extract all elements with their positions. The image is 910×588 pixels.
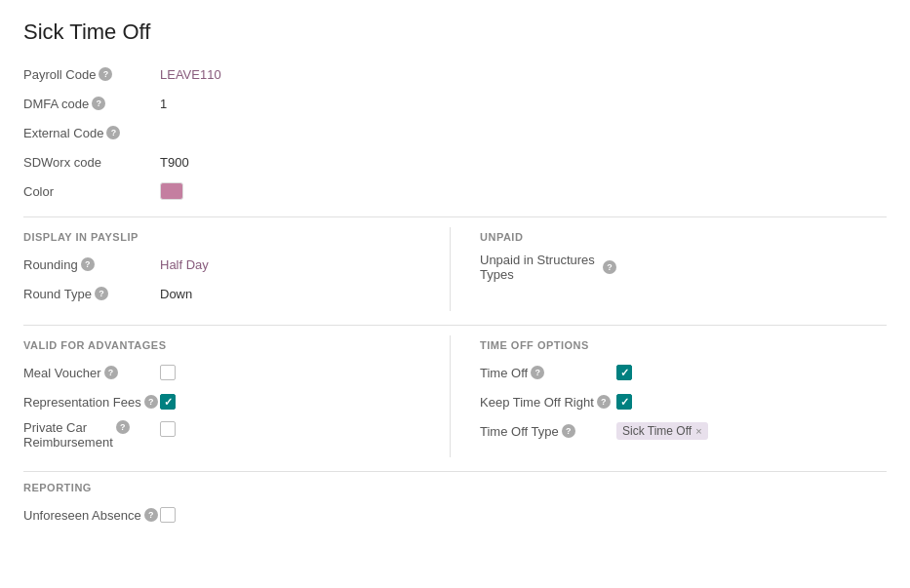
keep-time-off-right-row: Keep Time Off Right ? [480,390,887,413]
unpaid-title: UNPAID [480,231,887,243]
time-off-type-tag: Sick Time Off × [616,422,708,440]
meal-voucher-label: Meal Voucher ? [23,366,160,380]
round-type-row: Round Type ? Down [23,282,430,305]
color-label: Color [23,184,160,199]
reporting-title: REPORTING [23,482,887,493]
reporting-section: REPORTING Unforeseen Absence ? [23,482,887,527]
page-title: Sick Time Off [23,20,887,45]
round-type-value: Down [160,287,192,301]
sdworx-code-label: SDWorx code [23,155,160,170]
rounding-row: Rounding ? Half Day [23,253,430,276]
representation-fees-checkbox[interactable] [160,394,176,410]
time-off-help-icon[interactable]: ? [531,366,544,379]
sdworx-code-row: SDWorx code T900 [23,150,887,174]
unforeseen-absence-label: Unforeseen Absence ? [23,508,160,523]
color-swatch[interactable] [160,182,183,200]
private-car-label: Private Car Reimbursement ? [23,419,160,450]
valid-for-advantages-section: VALID FOR ADVANTAGES Meal Voucher ? Repr… [23,335,451,457]
payroll-code-help-icon[interactable]: ? [99,67,112,81]
meal-voucher-row: Meal Voucher ? [23,361,430,384]
dmfa-code-label: DMFA code ? [23,97,160,111]
round-type-help-icon[interactable]: ? [95,287,108,300]
time-off-type-help-icon[interactable]: ? [562,424,575,438]
unforeseen-absence-help-icon[interactable]: ? [144,508,158,522]
payroll-code-row: Payroll Code ? LEAVE110 [23,62,887,86]
time-off-type-tag-close[interactable]: × [695,425,701,437]
representation-fees-help-icon[interactable]: ? [144,395,158,409]
divider-middle [23,325,887,326]
advantages-timeoptions-section: VALID FOR ADVANTAGES Meal Voucher ? Repr… [23,335,887,457]
time-off-row: Time Off ? [480,361,887,384]
dmfa-code-value: 1 [160,97,167,111]
external-code-label: External Code ? [23,126,160,140]
display-unpaid-section: DISPLAY IN PAYSLIP Rounding ? Half Day R… [23,227,887,311]
payroll-code-value: LEAVE110 [160,67,221,82]
time-off-options-section: TIME OFF OPTIONS Time Off ? Keep Time Of… [451,335,887,457]
unpaid-in-structures-help-icon[interactable]: ? [603,260,616,274]
keep-time-off-right-label: Keep Time Off Right ? [480,395,616,410]
keep-time-off-right-help-icon[interactable]: ? [597,395,611,409]
external-code-row: External Code ? [23,121,887,144]
payroll-code-label: Payroll Code ? [23,67,160,82]
unpaid-section: UNPAID Unpaid in Structures Types ? [451,227,887,311]
unforeseen-absence-row: Unforeseen Absence ? [23,503,887,527]
private-car-checkbox[interactable] [160,421,176,437]
display-in-payslip-title: DISPLAY IN PAYSLIP [23,231,430,243]
round-type-label: Round Type ? [23,287,160,301]
unpaid-in-structures-label: Unpaid in Structures Types ? [480,253,616,282]
time-off-label: Time Off ? [480,366,616,380]
meal-voucher-help-icon[interactable]: ? [104,366,118,379]
dmfa-code-help-icon[interactable]: ? [92,97,105,110]
divider-top [23,216,887,217]
keep-time-off-right-checkbox[interactable] [616,394,632,410]
sdworx-code-value: T900 [160,155,189,170]
color-row: Color [23,179,887,203]
private-car-help-icon[interactable]: ? [116,420,130,434]
unpaid-in-structures-row: Unpaid in Structures Types ? [480,253,887,282]
unforeseen-absence-checkbox[interactable] [160,507,176,523]
representation-fees-label: Representation Fees ? [23,395,160,410]
time-off-checkbox[interactable] [616,365,632,380]
rounding-help-icon[interactable]: ? [81,257,95,271]
time-off-type-row: Time Off Type ? Sick Time Off × [480,419,887,443]
meal-voucher-checkbox[interactable] [160,365,176,380]
time-off-type-label: Time Off Type ? [480,424,616,439]
display-in-payslip-section: DISPLAY IN PAYSLIP Rounding ? Half Day R… [23,227,451,311]
rounding-value: Half Day [160,257,209,272]
valid-for-advantages-title: VALID FOR ADVANTAGES [23,339,430,351]
dmfa-code-row: DMFA code ? 1 [23,92,887,115]
private-car-row: Private Car Reimbursement ? [23,419,430,450]
rounding-label: Rounding ? [23,257,160,272]
divider-bottom [23,471,887,472]
time-off-options-title: TIME OFF OPTIONS [480,339,887,351]
external-code-help-icon[interactable]: ? [106,126,120,139]
representation-fees-row: Representation Fees ? [23,390,430,413]
